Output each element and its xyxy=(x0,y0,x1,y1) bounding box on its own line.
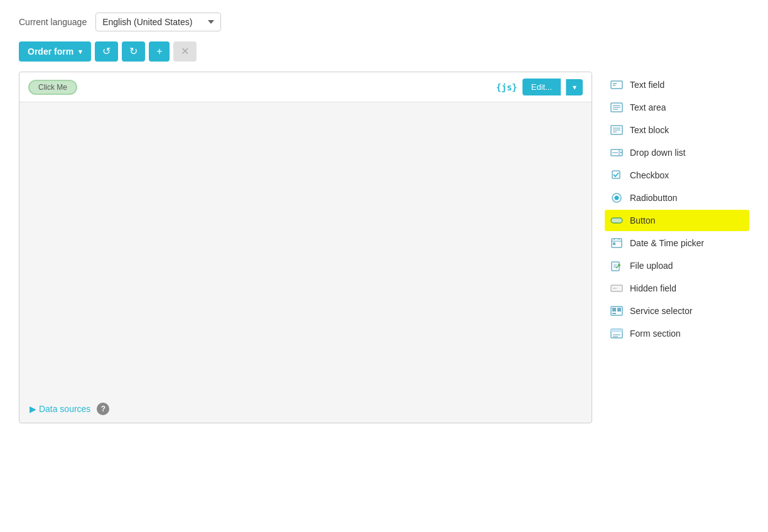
sidebar-label-file-upload: File upload xyxy=(630,261,673,271)
sidebar-label-form-section: Form section xyxy=(630,328,681,339)
edit-dropdown-icon: ▾ xyxy=(573,83,576,92)
sidebar-item-text-area[interactable]: Text area xyxy=(605,97,749,118)
edit-button[interactable]: Edit... xyxy=(522,79,561,95)
svg-rect-31 xyxy=(611,329,622,332)
main-area: Click Me {js} Edit... ▾ ▶ Data sources xyxy=(19,72,749,423)
form-canvas: Click Me {js} Edit... ▾ ▶ Data sources xyxy=(19,72,592,423)
canvas-header: Click Me {js} Edit... ▾ xyxy=(19,72,592,102)
plus-icon: + xyxy=(156,46,162,57)
add-button[interactable]: + xyxy=(149,41,170,62)
sidebar-label-date-time-picker: Date & Time picker xyxy=(630,238,704,248)
file-upload-icon xyxy=(610,259,624,273)
language-label: Current language xyxy=(19,17,87,27)
sidebar-item-form-section[interactable]: Form section xyxy=(605,323,749,344)
sidebar-label-button: Button xyxy=(630,215,655,225)
redo-icon: ↻ xyxy=(129,46,138,57)
sidebar-item-hidden-field[interactable]: Hidden field xyxy=(605,278,749,299)
sidebar-label-radiobutton: Radiobutton xyxy=(630,193,678,203)
help-icon[interactable]: ? xyxy=(97,403,109,415)
close-icon: ✕ xyxy=(181,46,189,57)
language-select[interactable]: English (United States) French (France) … xyxy=(95,13,221,31)
sidebar-label-service-selector: Service selector xyxy=(630,306,693,316)
svg-rect-22 xyxy=(613,242,615,245)
redo-button[interactable]: ↻ xyxy=(122,41,145,62)
canvas-header-right: {js} Edit... ▾ xyxy=(496,79,583,95)
svg-rect-17 xyxy=(611,218,622,223)
svg-rect-29 xyxy=(612,313,616,314)
sidebar-label-text-area: Text area xyxy=(630,102,666,112)
text-area-icon xyxy=(610,100,624,114)
svg-rect-27 xyxy=(612,308,616,312)
dropdown-icon xyxy=(610,146,624,160)
checkbox-icon xyxy=(610,168,624,182)
sidebar-item-service-selector[interactable]: Service selector xyxy=(605,300,749,322)
button-preview: Click Me xyxy=(28,80,77,95)
svg-point-16 xyxy=(615,196,619,200)
edit-label: Edit... xyxy=(531,82,552,92)
sidebar-item-text-block[interactable]: Text block xyxy=(605,119,749,141)
data-sources-link[interactable]: ▶ Data sources xyxy=(30,404,90,414)
canvas-button-label: Click Me xyxy=(38,83,67,92)
sidebar-label-hidden-field: Hidden field xyxy=(630,283,676,293)
toolbar: Order form ▾ ↺ ↻ + ✕ xyxy=(19,41,749,62)
sidebar-item-date-time-picker[interactable]: Date & Time picker xyxy=(605,232,749,254)
sidebar-label-text-block: Text block xyxy=(630,125,669,135)
canvas-footer: ▶ Data sources ? xyxy=(19,395,592,423)
canvas-body xyxy=(19,102,592,395)
form-section-icon xyxy=(610,327,624,340)
datetime-icon xyxy=(610,236,624,250)
page-wrapper: Current language English (United States)… xyxy=(0,0,768,436)
language-row: Current language English (United States)… xyxy=(19,13,749,31)
radiobutton-icon xyxy=(610,191,624,205)
close-button[interactable]: ✕ xyxy=(173,41,197,62)
service-selector-icon xyxy=(610,304,624,318)
text-block-icon xyxy=(610,123,624,137)
sidebar-item-text-field[interactable]: Text field xyxy=(605,74,749,95)
sidebar: Text field Text area Text block Drop dow… xyxy=(605,72,749,344)
sidebar-item-radiobutton[interactable]: Radiobutton xyxy=(605,187,749,209)
canvas-button-oval[interactable]: Click Me xyxy=(28,80,77,95)
svg-rect-0 xyxy=(611,81,622,89)
svg-rect-28 xyxy=(617,308,621,312)
order-form-button[interactable]: Order form ▾ xyxy=(19,41,91,62)
sidebar-label-text-field: Text field xyxy=(630,80,664,90)
sidebar-item-file-upload[interactable]: File upload xyxy=(605,255,749,276)
chevron-down-icon: ▾ xyxy=(78,48,82,56)
order-form-label: Order form xyxy=(28,46,73,57)
hidden-field-icon xyxy=(610,281,624,295)
sidebar-item-button[interactable]: Button xyxy=(605,210,749,231)
sidebar-item-drop-down-list[interactable]: Drop down list xyxy=(605,142,749,163)
sidebar-label-checkbox: Checkbox xyxy=(630,170,669,180)
undo-button[interactable]: ↺ xyxy=(95,41,118,62)
undo-icon: ↺ xyxy=(102,46,111,57)
text-field-icon xyxy=(610,78,624,92)
js-badge: {js} xyxy=(496,82,517,92)
sidebar-label-drop-down-list: Drop down list xyxy=(630,148,686,158)
button-icon xyxy=(610,214,624,227)
edit-dropdown-button[interactable]: ▾ xyxy=(566,79,583,95)
svg-rect-14 xyxy=(612,171,620,178)
help-label: ? xyxy=(101,404,105,413)
sidebar-item-checkbox[interactable]: Checkbox xyxy=(605,165,749,186)
